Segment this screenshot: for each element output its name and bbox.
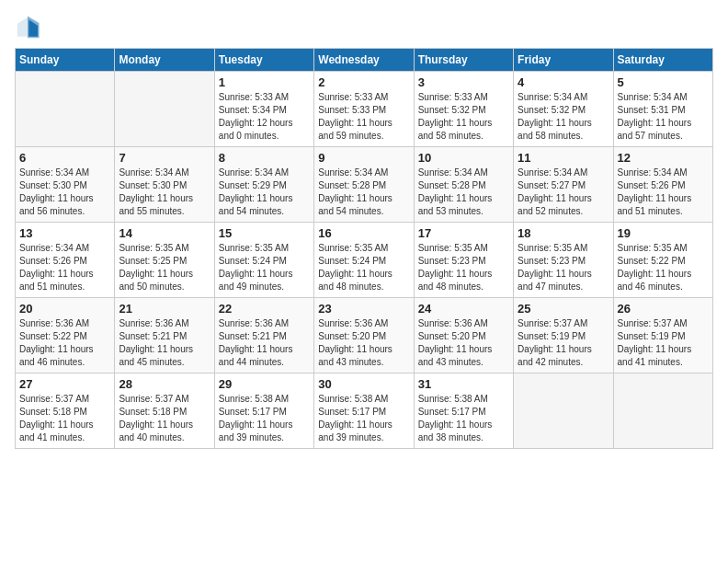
sunrise: Sunrise: 5:37 AM xyxy=(518,318,587,328)
calendar-cell: 7Sunrise: 5:34 AMSunset: 5:30 PMDaylight… xyxy=(115,147,214,223)
sunset: Sunset: 5:25 PM xyxy=(119,256,187,266)
sunset: Sunset: 5:30 PM xyxy=(119,180,187,190)
daylight: Daylight: 11 hours and 57 minutes. xyxy=(618,118,692,141)
day-info: Sunrise: 5:36 AMSunset: 5:21 PMDaylight:… xyxy=(219,317,310,369)
sunset: Sunset: 5:19 PM xyxy=(518,331,586,341)
sunrise: Sunrise: 5:36 AM xyxy=(119,318,188,328)
sunset: Sunset: 5:17 PM xyxy=(318,407,386,417)
daylight: Daylight: 11 hours and 50 minutes. xyxy=(119,269,193,292)
day-info: Sunrise: 5:36 AMSunset: 5:22 PMDaylight:… xyxy=(19,317,110,369)
day-number: 19 xyxy=(618,226,709,240)
calendar-cell: 8Sunrise: 5:34 AMSunset: 5:29 PMDaylight… xyxy=(214,147,313,223)
daylight: Daylight: 11 hours and 47 minutes. xyxy=(518,269,592,292)
daylight: Daylight: 11 hours and 48 minutes. xyxy=(318,269,392,292)
sunset: Sunset: 5:33 PM xyxy=(318,105,386,115)
day-number: 22 xyxy=(219,302,310,316)
sunrise: Sunrise: 5:36 AM xyxy=(418,318,488,328)
daylight: Daylight: 11 hours and 45 minutes. xyxy=(119,344,193,367)
sunrise: Sunrise: 5:35 AM xyxy=(318,243,388,253)
sunset: Sunset: 5:17 PM xyxy=(219,407,287,417)
sunset: Sunset: 5:34 PM xyxy=(219,105,287,115)
day-number: 11 xyxy=(518,151,609,165)
sunrise: Sunrise: 5:38 AM xyxy=(418,394,488,404)
sunrise: Sunrise: 5:34 AM xyxy=(318,167,388,178)
calendar-cell: 27Sunrise: 5:37 AMSunset: 5:18 PMDayligh… xyxy=(16,373,115,449)
daylight: Daylight: 11 hours and 54 minutes. xyxy=(318,193,392,216)
sunrise: Sunrise: 5:34 AM xyxy=(19,243,89,253)
calendar-cell: 21Sunrise: 5:36 AMSunset: 5:21 PMDayligh… xyxy=(115,298,214,373)
col-header-wednesday: Wednesday xyxy=(314,49,414,72)
calendar-cell: 3Sunrise: 5:33 AMSunset: 5:32 PMDaylight… xyxy=(414,72,513,147)
sunrise: Sunrise: 5:37 AM xyxy=(119,394,188,404)
sunrise: Sunrise: 5:33 AM xyxy=(318,92,388,102)
sunset: Sunset: 5:19 PM xyxy=(618,331,686,341)
sunrise: Sunrise: 5:35 AM xyxy=(618,243,688,253)
day-info: Sunrise: 5:34 AMSunset: 5:26 PMDaylight:… xyxy=(618,167,709,218)
day-number: 31 xyxy=(418,377,509,391)
calendar-cell: 14Sunrise: 5:35 AMSunset: 5:25 PMDayligh… xyxy=(115,223,214,298)
day-number: 6 xyxy=(19,151,110,165)
calendar-cell xyxy=(16,72,115,147)
daylight: Daylight: 11 hours and 54 minutes. xyxy=(219,193,293,216)
sunrise: Sunrise: 5:34 AM xyxy=(518,167,587,178)
day-number: 25 xyxy=(518,302,609,316)
daylight: Daylight: 11 hours and 53 minutes. xyxy=(418,193,493,216)
day-number: 5 xyxy=(618,75,709,89)
daylight: Daylight: 11 hours and 59 minutes. xyxy=(318,118,392,141)
calendar-cell: 6Sunrise: 5:34 AMSunset: 5:30 PMDaylight… xyxy=(16,147,115,223)
daylight: Daylight: 11 hours and 40 minutes. xyxy=(119,419,193,442)
day-info: Sunrise: 5:38 AMSunset: 5:17 PMDaylight:… xyxy=(219,393,310,444)
sunset: Sunset: 5:26 PM xyxy=(19,256,87,266)
sunset: Sunset: 5:24 PM xyxy=(318,256,386,266)
sunrise: Sunrise: 5:34 AM xyxy=(19,167,89,178)
day-number: 12 xyxy=(618,151,709,165)
daylight: Daylight: 11 hours and 49 minutes. xyxy=(219,269,293,292)
calendar-cell: 4Sunrise: 5:34 AMSunset: 5:32 PMDaylight… xyxy=(514,72,613,147)
daylight: Daylight: 11 hours and 41 minutes. xyxy=(618,344,692,367)
sunrise: Sunrise: 5:34 AM xyxy=(618,167,688,178)
calendar-cell: 1Sunrise: 5:33 AMSunset: 5:34 PMDaylight… xyxy=(214,72,313,147)
sunrise: Sunrise: 5:36 AM xyxy=(318,318,388,328)
day-info: Sunrise: 5:34 AMSunset: 5:29 PMDaylight:… xyxy=(219,167,310,218)
daylight: Daylight: 11 hours and 39 minutes. xyxy=(318,419,392,442)
day-info: Sunrise: 5:34 AMSunset: 5:30 PMDaylight:… xyxy=(19,167,110,218)
col-header-sunday: Sunday xyxy=(16,49,115,72)
day-number: 27 xyxy=(19,377,110,391)
day-info: Sunrise: 5:36 AMSunset: 5:20 PMDaylight:… xyxy=(418,317,509,369)
daylight: Daylight: 11 hours and 44 minutes. xyxy=(219,344,293,367)
sunset: Sunset: 5:20 PM xyxy=(418,331,486,341)
sunrise: Sunrise: 5:34 AM xyxy=(518,92,587,102)
sunrise: Sunrise: 5:37 AM xyxy=(618,318,688,328)
day-info: Sunrise: 5:34 AMSunset: 5:27 PMDaylight:… xyxy=(518,167,609,218)
calendar-cell: 26Sunrise: 5:37 AMSunset: 5:19 PMDayligh… xyxy=(613,298,712,373)
day-info: Sunrise: 5:35 AMSunset: 5:23 PMDaylight:… xyxy=(518,242,609,293)
day-info: Sunrise: 5:34 AMSunset: 5:32 PMDaylight:… xyxy=(518,91,609,143)
day-number: 7 xyxy=(119,151,210,165)
day-info: Sunrise: 5:35 AMSunset: 5:23 PMDaylight:… xyxy=(418,242,509,293)
day-number: 4 xyxy=(518,75,609,89)
calendar-cell: 28Sunrise: 5:37 AMSunset: 5:18 PMDayligh… xyxy=(115,373,214,449)
calendar-cell: 19Sunrise: 5:35 AMSunset: 5:22 PMDayligh… xyxy=(613,223,712,298)
day-info: Sunrise: 5:35 AMSunset: 5:22 PMDaylight:… xyxy=(618,242,709,293)
sunset: Sunset: 5:26 PM xyxy=(618,180,686,190)
day-number: 9 xyxy=(318,151,409,165)
calendar-cell: 15Sunrise: 5:35 AMSunset: 5:24 PMDayligh… xyxy=(214,223,313,298)
day-number: 15 xyxy=(219,226,310,240)
calendar-cell: 9Sunrise: 5:34 AMSunset: 5:28 PMDaylight… xyxy=(314,147,414,223)
daylight: Daylight: 11 hours and 46 minutes. xyxy=(19,344,94,367)
sunset: Sunset: 5:23 PM xyxy=(518,256,586,266)
calendar-cell xyxy=(115,72,214,147)
sunset: Sunset: 5:22 PM xyxy=(618,256,686,266)
calendar-cell: 17Sunrise: 5:35 AMSunset: 5:23 PMDayligh… xyxy=(414,223,513,298)
sunrise: Sunrise: 5:35 AM xyxy=(518,243,587,253)
calendar-cell: 5Sunrise: 5:34 AMSunset: 5:31 PMDaylight… xyxy=(613,72,712,147)
day-number: 10 xyxy=(418,151,509,165)
day-number: 1 xyxy=(219,75,310,89)
day-number: 23 xyxy=(318,302,409,316)
sunrise: Sunrise: 5:34 AM xyxy=(618,92,688,102)
sunset: Sunset: 5:21 PM xyxy=(219,331,287,341)
day-number: 28 xyxy=(119,377,210,391)
day-info: Sunrise: 5:36 AMSunset: 5:20 PMDaylight:… xyxy=(318,317,409,369)
sunset: Sunset: 5:28 PM xyxy=(318,180,386,190)
calendar-cell: 13Sunrise: 5:34 AMSunset: 5:26 PMDayligh… xyxy=(16,223,115,298)
